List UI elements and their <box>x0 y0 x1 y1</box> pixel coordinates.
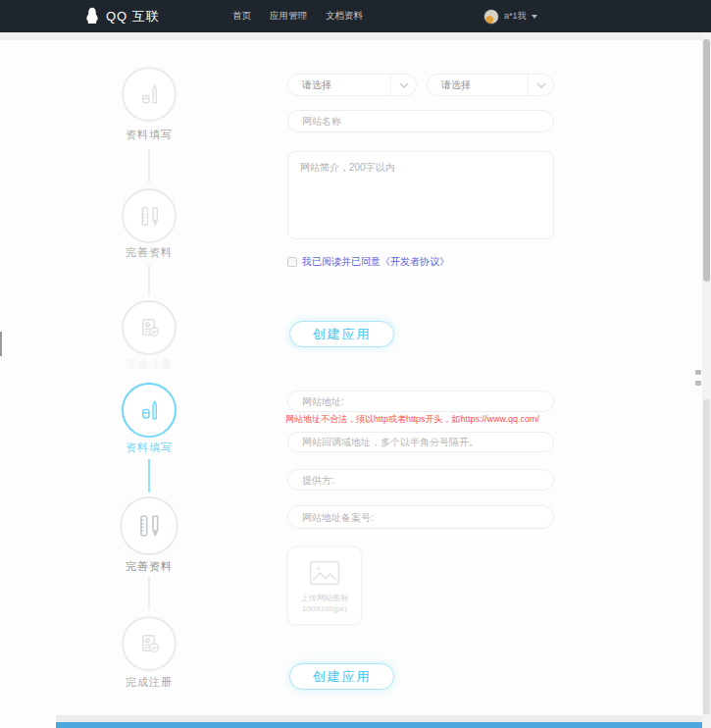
icp-number-input[interactable] <box>287 505 554 529</box>
callback-url-input[interactable] <box>287 432 554 452</box>
step-circle-finish-register <box>122 616 177 671</box>
vertical-scrollbar-thumb-lower[interactable] <box>703 399 710 714</box>
pen-eraser-icon <box>136 81 163 108</box>
inner-scrollbar-arrow-down[interactable] <box>695 381 701 386</box>
step-circle-complete-info <box>120 496 178 555</box>
qq-connect-logo[interactable]: QQ 互联 <box>84 0 160 32</box>
inner-scrollbar-arrow-up[interactable] <box>695 370 701 375</box>
nav-home[interactable]: 首页 <box>232 10 251 23</box>
main-nav: 首页 应用管理 文档资料 <box>232 0 363 32</box>
nav-docs[interactable]: 文档资料 <box>326 10 363 23</box>
step-label-fill-info-active: 资料填写 <box>100 441 198 455</box>
document-check-icon <box>136 631 163 657</box>
site-url-input[interactable] <box>287 390 554 412</box>
agreement-checkbox[interactable] <box>287 257 297 267</box>
step-circle-fill-info-active <box>122 383 177 438</box>
agreement-row: 我已阅读并已同意《开发者协议》 <box>287 255 449 269</box>
step-label-fill-info: 资料填写 <box>100 128 198 142</box>
ruler-pen-icon <box>136 203 163 230</box>
step-circle-complete-info <box>122 188 177 243</box>
step-connector <box>148 265 150 296</box>
ruler-pen-icon <box>134 511 164 541</box>
vertical-scrollbar-thumb[interactable] <box>703 39 710 282</box>
caret-down-icon <box>532 15 537 19</box>
category-select-2[interactable]: 请选择 <box>427 74 554 96</box>
window-edge-artifact <box>0 332 2 356</box>
site-intro-textarea[interactable] <box>287 151 554 239</box>
step-label-finish-register: 完成注册 <box>100 675 198 690</box>
pen-eraser-icon <box>136 397 163 424</box>
step-label-finish-register: 完成注册 <box>100 357 198 372</box>
chevron-down-icon <box>390 75 416 95</box>
site-name-input[interactable] <box>287 110 554 132</box>
user-menu[interactable]: a*1我 <box>483 0 537 32</box>
provider-input[interactable] <box>287 469 554 491</box>
step-label-complete-info: 完善资料 <box>100 245 198 260</box>
chevron-down-icon <box>528 75 553 95</box>
category-select-1[interactable]: 请选择 <box>287 74 417 96</box>
upload-caption-line2: 100X100(px) <box>301 603 348 614</box>
image-placeholder-icon <box>309 560 340 586</box>
document-check-icon <box>136 315 163 341</box>
site-icon-upload[interactable]: 上传网站图标 100X100(px) <box>287 546 362 625</box>
top-navigation-bar: QQ 互联 首页 应用管理 文档资料 a*1我 <box>0 0 711 32</box>
step-connector <box>148 149 150 182</box>
select-2-value: 请选择 <box>428 78 528 92</box>
horizontal-scrollbar-track[interactable] <box>56 715 702 722</box>
penguin-icon <box>84 7 100 26</box>
qq-connect-create-app-page: QQ 互联 首页 应用管理 文档资料 a*1我 资料填写 完善资料 完成注册 <box>0 0 711 728</box>
logo-text: QQ 互联 <box>106 8 160 26</box>
step-circle-finish-register <box>122 300 177 355</box>
site-url-error-message: 网站地址不合法，须以http或者https开头，如https://www.qq.… <box>285 413 539 426</box>
username: a*1我 <box>504 10 527 23</box>
step-circle-fill-info <box>122 67 177 122</box>
footer-blue-bar <box>56 722 702 728</box>
header-divider-band <box>0 32 711 40</box>
create-app-button-1[interactable]: 创建应用 <box>289 321 394 347</box>
select-1-value: 请选择 <box>288 78 390 92</box>
create-app-button-2[interactable]: 创建应用 <box>289 663 394 690</box>
avatar <box>483 9 499 25</box>
agreement-label[interactable]: 我已阅读并已同意《开发者协议》 <box>302 255 449 269</box>
step-connector-active <box>148 459 150 493</box>
step-connector <box>148 577 150 610</box>
upload-caption-line1: 上传网站图标 <box>301 593 348 603</box>
step-label-complete-info: 完善资料 <box>100 559 198 574</box>
nav-app-management[interactable]: 应用管理 <box>270 10 307 23</box>
